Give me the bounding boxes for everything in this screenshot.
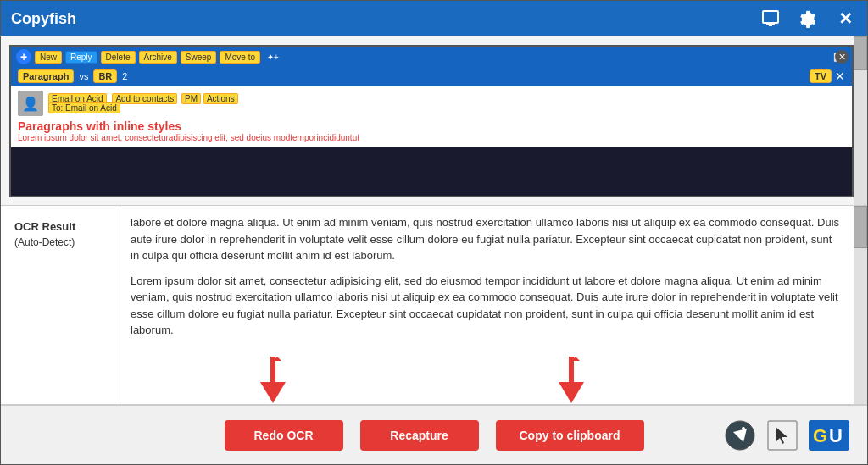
toolbar-delete-btn[interactable]: Delete <box>101 51 136 64</box>
ocr-paragraph-1: labore et dolore magna aliqua. Ut enim a… <box>131 214 843 264</box>
new-icon: + <box>16 49 31 64</box>
preview-scrollbar[interactable] <box>854 36 867 205</box>
person-icon: 👤 <box>22 96 39 112</box>
preview-inner: + New Reply Delete Archive Sweep Move to… <box>1 36 854 205</box>
titlebar: Copyfish ✕ <box>1 1 867 36</box>
add-contacts-tag: Add to contacts <box>112 94 177 103</box>
ocr-paragraph-2: Lorem ipsum dolor sit amet, consectetur … <box>131 273 843 339</box>
email-to-row: To: Email on Acid <box>48 103 238 113</box>
toolbar-moveto-btn[interactable]: Move to <box>220 51 260 64</box>
email-body: 👤 Email on Acid Add to contacts PM Actio… <box>11 86 852 147</box>
window-icon[interactable] <box>759 7 782 30</box>
preview-close-btn[interactable]: ✕ <box>835 50 849 64</box>
titlebar-icons: ✕ <box>759 7 857 30</box>
titlebar-left: Copyfish <box>11 10 76 28</box>
subject-num: 2 <box>122 71 127 81</box>
subject-close-btn[interactable]: ✕ <box>835 69 845 83</box>
to-tag: To: Email on Acid <box>48 102 120 113</box>
redo-ocr-button[interactable]: Redo OCR <box>225 420 343 451</box>
subject-br-tag: BR <box>93 69 117 83</box>
email-subject-bar: Paragraph vs BR 2 TV ✕ <box>11 67 852 86</box>
avatar: 👤 <box>18 91 43 116</box>
ocr-scrollbar-thumb[interactable] <box>854 206 867 248</box>
toolbar-sweep-btn[interactable]: Sweep <box>181 51 217 64</box>
brand-icon[interactable]: G U <box>808 418 850 452</box>
bottom-right-icons: G U <box>723 418 850 452</box>
vs-text: vs <box>79 71 88 81</box>
tv-tag: TV <box>810 69 832 83</box>
email-preview-text: Lorem ipsum dolor sit amet, consectetura… <box>18 133 845 142</box>
app-title: Copyfish <box>11 10 76 28</box>
bottom-toolbar: Redo OCR Recapture Copy to clipboard <box>1 405 867 464</box>
subject-row: Paragraph vs BR 2 <box>18 69 127 83</box>
email-preview: + New Reply Delete Archive Sweep Move to… <box>9 45 854 197</box>
preview-scrollbar-thumb[interactable] <box>854 36 867 70</box>
preview-area: + New Reply Delete Archive Sweep Move to… <box>1 36 867 206</box>
toolbar-extra: ✦+ <box>267 53 279 62</box>
subject-para-tag: Paragraph <box>18 69 74 83</box>
toolbar-new-btn[interactable]: New <box>35 51 62 64</box>
ocr-label: OCR Result (Auto-Detect) <box>1 206 120 404</box>
ocr-text-content[interactable]: labore et dolore magna aliqua. Ut enim a… <box>120 206 854 404</box>
toolbar-reply-btn[interactable]: Reply <box>65 51 97 64</box>
email-contact-info: Email on Acid Add to contacts PM Actions… <box>48 94 238 113</box>
subject-actions: TV ✕ <box>810 69 845 83</box>
app-window: Copyfish ✕ <box>0 0 868 465</box>
share-icon[interactable] <box>723 418 757 452</box>
email-from-row: 👤 Email on Acid Add to contacts PM Actio… <box>18 91 845 116</box>
close-icon[interactable]: ✕ <box>833 7 857 30</box>
pm-tag: PM <box>181 93 201 104</box>
email-toolbar: + New Reply Delete Archive Sweep Move to… <box>11 47 852 67</box>
actions-tag: Actions <box>203 94 238 103</box>
svg-text:G: G <box>813 425 827 446</box>
svg-rect-0 <box>763 11 778 23</box>
email-heading: Paragraphs with inline styles <box>18 119 845 133</box>
recapture-button[interactable]: Recapture <box>360 420 479 451</box>
ocr-scrollbar[interactable] <box>854 206 867 404</box>
ocr-result-area: OCR Result (Auto-Detect) labore et dolor… <box>1 206 867 405</box>
copy-clipboard-button[interactable]: Copy to clipboard <box>496 420 644 451</box>
svg-point-9 <box>742 427 745 430</box>
cursor-icon[interactable] <box>765 418 799 452</box>
settings-icon[interactable] <box>796 7 820 30</box>
toolbar-archive-btn[interactable]: Archive <box>139 51 177 64</box>
svg-text:U: U <box>829 425 843 446</box>
